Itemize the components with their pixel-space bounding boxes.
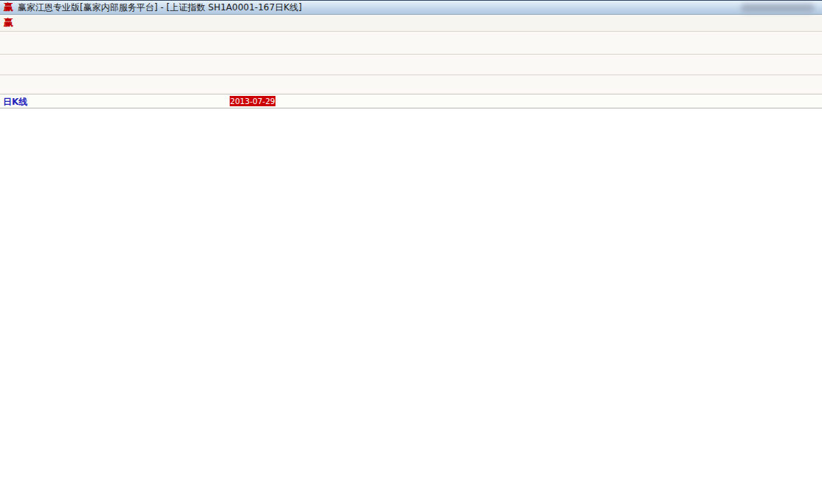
title-bar: 赢 赢家江恩专业版[赢家内部服务平台] - [上证指数 SH1A0001-167… — [0, 0, 822, 15]
app-logo-icon: 赢 — [4, 1, 13, 14]
chart-area[interactable] — [0, 108, 822, 504]
main-toolbar — [0, 32, 822, 55]
drawing-toolbar — [0, 75, 822, 94]
menu-logo-icon: 赢 — [4, 16, 13, 30]
selected-date-badge: 2013-07-29 — [230, 96, 275, 106]
pane-label-daily-kline: 日K线 — [3, 96, 27, 108]
menu-bar: 赢 — [0, 15, 822, 32]
date-axis: 日K线 2013-07-29 — [0, 94, 822, 108]
blurred-region — [741, 4, 815, 13]
window-title: 赢家江恩专业版[赢家内部服务平台] - [上证指数 SH1A0001-167日K… — [18, 1, 302, 14]
icon-toolbar — [0, 55, 822, 75]
